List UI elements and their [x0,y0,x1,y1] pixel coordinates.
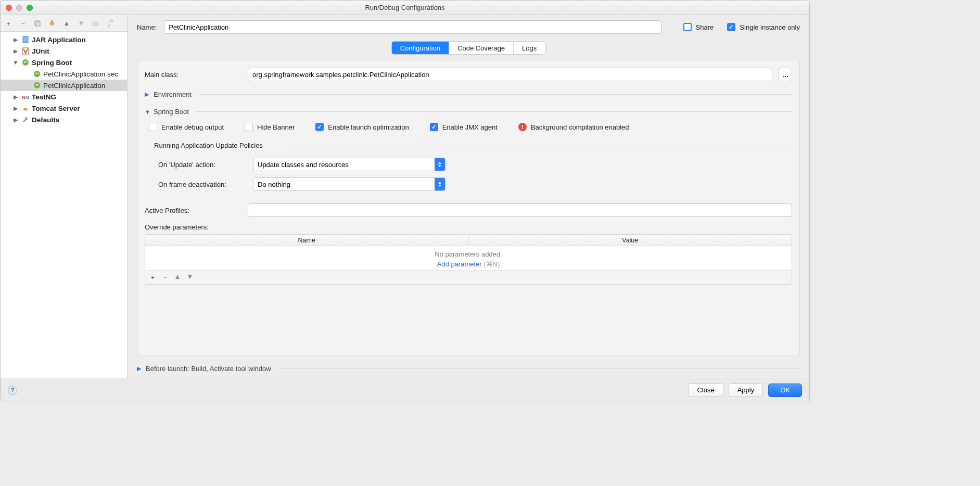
configuration-editor: Name: Share Single instance only Configu… [128,15,809,378]
tree-item-label: Spring Boot [32,59,72,67]
tree-item[interactable]: ▶Defaults [1,114,127,125]
before-launch-section[interactable]: ▶ Before launch: Build, Activate tool wi… [137,365,800,373]
bg-compile-label: Background compilation enabled [531,123,629,131]
active-profiles-field[interactable] [248,203,792,217]
hide-banner-label: Hide Banner [257,123,295,131]
collapse-icon: ▼ [145,109,150,115]
add-parameter-shortcut: (⌘N) [483,260,500,268]
expand-icon[interactable]: ▶ [12,94,19,100]
params-add-icon[interactable]: ＋ [148,273,157,282]
override-params-label: Override parameters: [145,223,792,231]
on-frame-label: On frame deactivation: [158,181,247,188]
svg-point-6 [22,59,29,66]
tree-item[interactable]: PetClinicApplication sec [1,68,127,80]
tree-item[interactable]: ▶JAR Application [1,34,127,45]
tree-item[interactable]: ▶NGTestNG [1,91,127,103]
tree-item[interactable]: ▼Spring Boot [1,57,127,68]
help-button[interactable]: ? [8,386,17,395]
expand-icon[interactable]: ▶ [12,117,19,123]
share-checkbox[interactable] [683,23,692,31]
apply-button[interactable]: Apply [729,383,763,397]
on-frame-select[interactable]: Do nothing [253,177,446,191]
tree-item-label: Defaults [32,116,59,124]
copy-config-icon[interactable] [33,19,42,28]
name-label: Name: [137,23,157,31]
window-title: Run/Debug Configurations [1,4,809,11]
enable-debug-checkbox[interactable] [149,123,157,131]
close-button[interactable]: Close [688,383,723,397]
remove-config-icon[interactable]: － [18,19,28,28]
update-policies-title: Running Application Update Policies [154,142,792,149]
main-class-field[interactable] [248,68,772,81]
single-instance-label: Single instance only [740,23,800,31]
tree-item-label: JAR Application [32,36,86,44]
svg-text:N: N [22,95,26,100]
environment-section[interactable]: ▶ Environment [145,91,792,98]
params-col-value: Value [469,235,792,246]
spring-boot-section[interactable]: ▼ Spring Boot [145,108,792,116]
testng-icon: NG [21,93,30,101]
tree-item[interactable]: ▶Tomcat Server [1,103,127,114]
tab-code-coverage[interactable]: Code Coverage [449,42,514,54]
configurations-sidebar: ＋ － ▲ ▼ ↓az ▶JAR Application▶JUnit▼Sprin… [1,15,128,378]
hide-banner-checkbox[interactable] [245,123,253,131]
folder-icon[interactable] [91,19,100,28]
override-params-table: Name Value No parameters added. Add para… [145,234,792,285]
dialog-footer: ? Close Apply OK [1,378,809,402]
expand-icon: ▶ [145,91,150,98]
move-up-icon[interactable]: ▲ [62,19,71,28]
config-tabs: Configuration Code Coverage Logs [137,41,800,55]
name-field[interactable] [164,20,661,34]
launch-opt-label: Enable launch optimization [328,123,409,131]
svg-point-2 [50,21,54,25]
tree-item[interactable]: ▶JUnit [1,45,127,57]
move-down-icon[interactable]: ▼ [77,19,86,28]
tomcat-icon [21,104,30,112]
svg-text:G: G [26,95,29,100]
ok-button[interactable]: OK [768,383,802,397]
tab-configuration[interactable]: Configuration [392,42,449,54]
launch-opt-checkbox[interactable] [315,123,324,131]
tree-item[interactable]: PetClinicApplication [1,80,127,91]
active-profiles-label: Active Profiles: [145,207,241,214]
spring-icon [21,58,30,67]
tree-item-label: Tomcat Server [32,105,80,112]
tree-item-label: TestNG [32,93,56,101]
titlebar: Run/Debug Configurations [1,1,809,15]
params-empty-text: No parameters added. [145,250,792,258]
tree-item-label: JUnit [32,47,49,55]
sidebar-toolbar: ＋ － ▲ ▼ ↓az [1,15,127,32]
main-class-label: Main class: [145,71,241,79]
expand-icon[interactable]: ▶ [12,105,19,112]
svg-rect-1 [36,22,40,26]
params-col-name: Name [145,235,469,246]
enable-debug-label: Enable debug output [161,123,224,131]
svg-point-8 [34,82,40,88]
junit-icon [21,47,30,55]
share-label: Share [696,23,714,31]
spring-icon [33,70,41,78]
warning-icon: ! [518,123,527,131]
add-config-icon[interactable]: ＋ [4,19,13,28]
tab-logs[interactable]: Logs [514,42,545,54]
jmx-label: Enable JMX agent [442,123,498,131]
jar-icon [21,35,30,44]
params-up-icon[interactable]: ▲ [173,273,182,282]
browse-main-class-button[interactable]: … [779,68,792,81]
single-instance-checkbox[interactable] [727,23,735,31]
on-update-label: On 'Update' action: [158,161,247,169]
edit-defaults-icon[interactable] [47,19,57,28]
expand-icon[interactable]: ▶ [12,36,19,43]
sort-icon[interactable]: ↓az [106,19,115,28]
jmx-checkbox[interactable] [430,123,438,131]
expand-icon[interactable]: ▶ [12,48,19,55]
add-parameter-link[interactable]: Add parameter [437,260,482,268]
on-update-select[interactable]: Update classes and resources [253,158,446,171]
svg-rect-3 [52,20,53,22]
expand-icon: ▶ [137,365,143,372]
params-remove-icon[interactable]: － [161,273,169,282]
configurations-tree[interactable]: ▶JAR Application▶JUnit▼Spring BootPetCli… [1,32,127,378]
svg-rect-4 [23,36,28,43]
collapse-icon[interactable]: ▼ [12,59,19,66]
params-down-icon[interactable]: ▼ [186,273,194,282]
